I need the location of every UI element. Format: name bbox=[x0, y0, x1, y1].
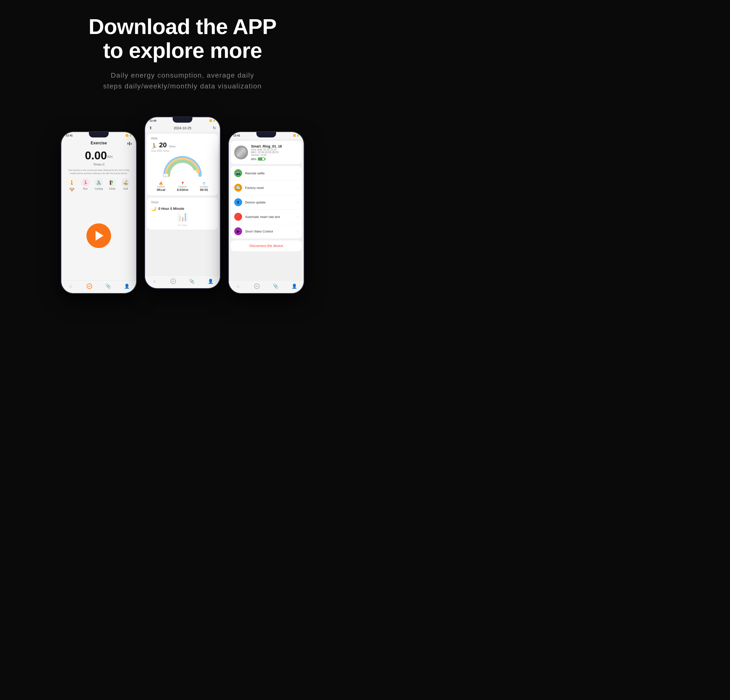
settings-screen: Smart_Ring_01_18 Sync data: 10-25 10:14 … bbox=[229, 139, 304, 293]
arrow-update: › bbox=[297, 200, 298, 204]
video-icon: ▶ bbox=[234, 227, 242, 235]
golf-icon: ⛳ bbox=[121, 178, 130, 187]
stat-distance: 📍 Distance 0.01Km bbox=[177, 181, 188, 191]
nav-home-1[interactable]: ⌂ bbox=[67, 283, 74, 289]
refresh-icon[interactable]: ↻ bbox=[213, 126, 216, 130]
start-exercise-button[interactable] bbox=[86, 224, 111, 248]
nav-clips-2[interactable]: 📎 bbox=[189, 278, 195, 285]
svg-point-5 bbox=[165, 174, 168, 177]
exercise-distance: 0.00Km Times 0 bbox=[61, 146, 136, 167]
tab-cycle-label: Cycling bbox=[95, 187, 103, 190]
phone-activity: 13:40 📶 🔋 ⬆ 2024-10-25 ↻ Walk bbox=[145, 117, 220, 289]
steps-number: 20 bbox=[159, 141, 167, 149]
phone-settings: 13:41 📶 🔋 Smart_Ring_01_18 Sync data: 10… bbox=[228, 131, 304, 294]
sleep-title: Sleep bbox=[151, 200, 214, 204]
nav-clips-3[interactable]: 📎 bbox=[272, 283, 279, 289]
tab-golf-label: Golf bbox=[123, 187, 128, 190]
tab-run-label: Run bbox=[83, 187, 88, 190]
svg-rect-2 bbox=[131, 143, 131, 145]
nav-activity-3[interactable] bbox=[254, 283, 260, 289]
climb-icon: 🧗 bbox=[108, 178, 116, 187]
walk-goal: Goal 4000 Steps bbox=[151, 149, 214, 152]
exercise-title: Exercise bbox=[91, 141, 107, 145]
menu-factory-reset[interactable]: 🔄 Factory reset › bbox=[231, 181, 302, 195]
hero-subtitle: Daily energy consumption, average daily … bbox=[103, 70, 262, 92]
distance-unit: Km bbox=[107, 155, 112, 159]
play-button-area bbox=[61, 191, 136, 280]
nav-user-2[interactable]: 👤 bbox=[207, 278, 214, 285]
tab-walk[interactable]: 🚶 Walk bbox=[68, 178, 76, 190]
sleep-card: Sleep 🌙 0 Hour 0 Minute 📊 No data bbox=[147, 197, 218, 229]
device-name: Smart_Ring_01_18 bbox=[251, 144, 282, 148]
equalizer-icon bbox=[127, 141, 132, 146]
nav-activity-1[interactable] bbox=[86, 283, 93, 289]
distance-value: 0.01Km bbox=[177, 188, 188, 191]
share-icon[interactable]: ⬆ bbox=[149, 126, 152, 130]
duration-icon: ⏱ bbox=[200, 181, 208, 186]
no-data-area: 📊 No data bbox=[151, 211, 214, 227]
page-wrapper: Download the APP to explore more Daily e… bbox=[0, 0, 365, 350]
arrow-selfie: › bbox=[297, 171, 298, 175]
svg-rect-0 bbox=[128, 143, 128, 145]
sleep-data: 🌙 0 Hour 0 Minute bbox=[151, 206, 214, 211]
arrow-heart: › bbox=[297, 215, 298, 219]
ring-image bbox=[234, 146, 248, 159]
menu-remote-selfie[interactable]: 📷 Remote selfie › bbox=[231, 166, 302, 181]
selfie-icon: 📷 bbox=[234, 169, 242, 177]
menu-video-control[interactable]: ▶ Short Video Control › bbox=[231, 224, 302, 238]
distance-value: 0.00 bbox=[85, 149, 107, 162]
menu-heart-rate[interactable]: ❤️ Automatic heart rate test › bbox=[231, 210, 302, 224]
device-mac: MAC: 02:08:35:FB:2B:F8 bbox=[251, 151, 282, 154]
calories-value: 0Kcal bbox=[157, 188, 165, 191]
tab-cycle[interactable]: 🚴 Cycling bbox=[95, 178, 103, 190]
walk-icon: 🚶 bbox=[68, 178, 76, 187]
semicircle-chart bbox=[160, 154, 205, 178]
no-data-icon: 📊 bbox=[177, 211, 188, 222]
nav-home-2[interactable]: ⌂ bbox=[151, 278, 158, 285]
device-version: Version: V118 bbox=[251, 154, 282, 156]
disconnect-button[interactable]: Disconnect the device bbox=[231, 240, 302, 251]
menu-list: 📷 Remote selfie › 🔄 Factory reset › ⬆ De… bbox=[231, 166, 302, 238]
heart-rate-label: Automatic heart rate test bbox=[245, 215, 294, 219]
chart-area bbox=[151, 152, 214, 180]
nav-home-3[interactable]: ⌂ bbox=[235, 283, 241, 289]
nav-activity-2[interactable] bbox=[170, 278, 176, 285]
distance-label: Distance bbox=[177, 186, 188, 188]
tab-run[interactable]: 🏃 Run bbox=[81, 178, 90, 190]
factory-reset-label: Factory reset bbox=[245, 186, 294, 190]
menu-device-update[interactable]: ⬆ Device update › bbox=[231, 195, 302, 210]
tab-golf[interactable]: ⛳ Golf bbox=[121, 178, 130, 190]
status-time-1: 13:41 bbox=[66, 134, 73, 137]
moon-icon: 🌙 bbox=[151, 206, 156, 211]
status-icons-3: 📶 🔋 bbox=[293, 134, 299, 137]
phone-exercise: 13:41 📶 🔋 Exercise 0.00Km bbox=[61, 131, 137, 294]
nav-clips-1[interactable]: 📎 bbox=[105, 283, 111, 289]
exercise-header: Exercise bbox=[61, 139, 136, 146]
selfie-label: Remote selfie bbox=[245, 171, 294, 175]
phone2-screen: 13:40 📶 🔋 ⬆ 2024-10-25 ↻ Walk bbox=[145, 117, 220, 288]
no-data-label: No data bbox=[178, 224, 187, 227]
activity-date: 2024-10-25 bbox=[174, 126, 191, 130]
nav-user-1[interactable]: 👤 bbox=[124, 283, 130, 289]
tab-climb-label: Climb bbox=[109, 187, 115, 190]
status-time-2: 13:40 bbox=[149, 119, 156, 122]
steps-unit: Steps bbox=[169, 145, 175, 148]
phone1-screen: 13:41 📶 🔋 Exercise 0.00Km bbox=[61, 132, 136, 293]
tab-climb[interactable]: 🧗 Climb bbox=[108, 178, 116, 190]
bottom-nav-2: ⌂ 📎 👤 bbox=[145, 275, 220, 288]
device-update-label: Device update bbox=[245, 200, 294, 204]
disconnect-label: Disconnect the device bbox=[250, 244, 283, 248]
battery-fill bbox=[258, 158, 262, 160]
status-time-3: 13:41 bbox=[233, 134, 240, 137]
arrow-reset: › bbox=[297, 186, 298, 190]
status-icons-2: 📶 🔋 bbox=[209, 120, 216, 122]
duration-label: Duration bbox=[200, 186, 208, 188]
exercise-screen: Exercise 0.00Km Times 0 This function is… bbox=[61, 139, 136, 293]
walk-steps-display: 🏃 20 Steps bbox=[151, 141, 214, 149]
bottom-nav-1: ⌂ 📎 👤 bbox=[61, 280, 136, 293]
phones-container: 13:41 📶 🔋 Exercise 0.00Km bbox=[61, 117, 304, 294]
calories-icon: 🔥 bbox=[157, 181, 165, 186]
video-label: Short Video Control bbox=[245, 229, 294, 233]
nav-user-3[interactable]: 👤 bbox=[291, 283, 298, 289]
device-card: Smart_Ring_01_18 Sync data: 10-25 10:14 … bbox=[231, 141, 302, 164]
